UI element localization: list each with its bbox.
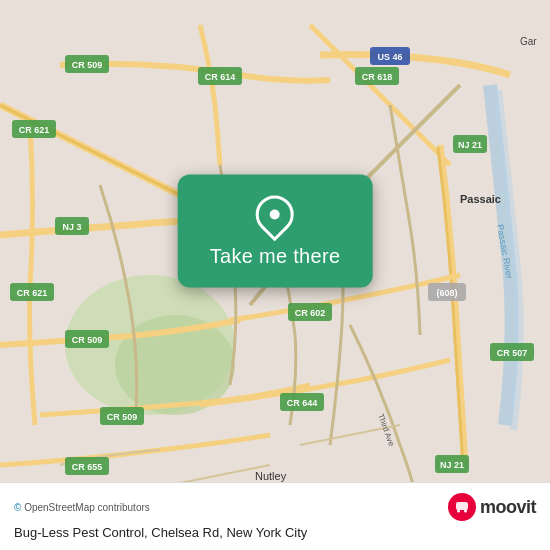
moovit-logo: moovit: [448, 493, 536, 521]
svg-point-42: [464, 510, 467, 513]
svg-text:(608): (608): [436, 288, 457, 298]
svg-text:Passaic: Passaic: [460, 193, 501, 205]
take-me-there-card[interactable]: Take me there: [178, 175, 373, 288]
svg-text:Nutley: Nutley: [255, 470, 287, 482]
svg-text:Gar: Gar: [520, 36, 537, 47]
svg-text:CR 614: CR 614: [205, 72, 236, 82]
moovit-icon: [448, 493, 476, 521]
svg-text:CR 621: CR 621: [17, 288, 48, 298]
svg-text:CR 602: CR 602: [295, 308, 326, 318]
svg-text:US 46: US 46: [377, 52, 402, 62]
svg-text:NJ 3: NJ 3: [62, 222, 81, 232]
moovit-brand-text: moovit: [480, 497, 536, 518]
svg-text:CR 509: CR 509: [107, 412, 138, 422]
svg-text:CR 509: CR 509: [72, 335, 103, 345]
action-label: Take me there: [210, 245, 341, 268]
svg-text:CR 509: CR 509: [72, 60, 103, 70]
svg-text:CR 621: CR 621: [19, 125, 50, 135]
map-attribution: © OpenStreetMap contributors: [14, 502, 150, 513]
svg-text:CR 507: CR 507: [497, 348, 528, 358]
svg-rect-40: [456, 502, 468, 510]
svg-text:CR 618: CR 618: [362, 72, 393, 82]
svg-text:NJ 21: NJ 21: [440, 460, 464, 470]
svg-text:CR 655: CR 655: [72, 462, 103, 472]
svg-text:NJ 21: NJ 21: [458, 140, 482, 150]
svg-text:CR 644: CR 644: [287, 398, 318, 408]
bottom-bar: © OpenStreetMap contributors moovit Bug-…: [0, 482, 550, 550]
location-pin-icon: [253, 193, 297, 237]
address-text: Bug-Less Pest Control, Chelsea Rd, New Y…: [14, 525, 307, 540]
map-container: CR 509 US 46 CR 621 CR 614 CR 618 NJ 3 C…: [0, 0, 550, 550]
svg-point-41: [457, 510, 460, 513]
